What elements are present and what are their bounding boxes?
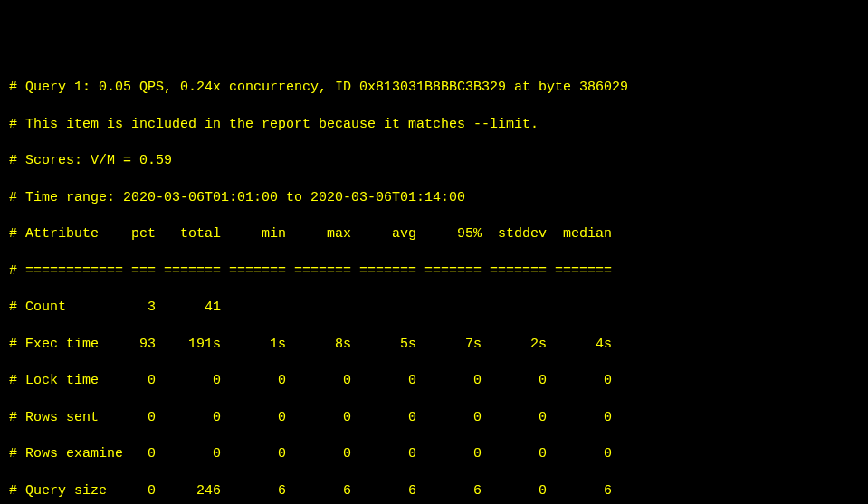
- table-row-count: # Count 3 41: [9, 299, 859, 317]
- table-row-exec-time: # Exec time 93 191s 1s 8s 5s 7s 2s 4s: [9, 336, 859, 354]
- table-row-query-size: # Query size 0 246 6 6 6 6 0 6: [9, 482, 859, 500]
- table-separator-line: # ============ === ======= ======= =====…: [9, 262, 859, 281]
- included-reason-line: # This item is included in the report be…: [9, 116, 859, 134]
- table-row-rows-examine: # Rows examine 0 0 0 0 0 0 0 0: [9, 445, 859, 463]
- scores-line: # Scores: V/M = 0.59: [9, 152, 859, 170]
- query-header-line: # Query 1: 0.05 QPS, 0.24x concurrency, …: [9, 79, 859, 97]
- table-row-rows-sent: # Rows sent 0 0 0 0 0 0 0 0: [9, 409, 859, 427]
- time-range-line: # Time range: 2020-03-06T01:01:00 to 202…: [9, 189, 859, 207]
- table-row-lock-time: # Lock time 0 0 0 0 0 0 0 0: [9, 372, 859, 390]
- table-header-line: # Attribute pct total min max avg 95% st…: [9, 225, 859, 243]
